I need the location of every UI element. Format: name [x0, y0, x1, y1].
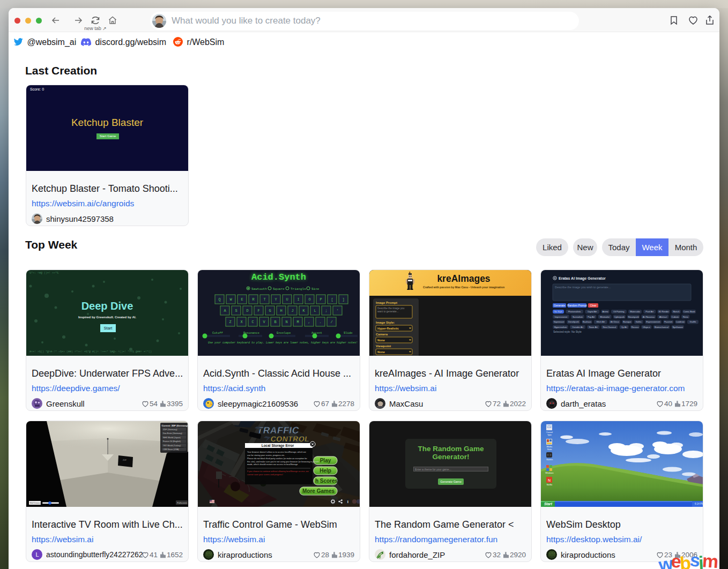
svg-text:Graffiti: Graffiti: [690, 320, 696, 323]
svg-text:Dieselpunk: Dieselpunk: [568, 320, 579, 323]
svg-text:cannot save your scores and pr: cannot save your scores and progress!: [247, 473, 283, 476]
svg-text:More Games: More Games: [302, 488, 335, 494]
svg-text:Bauhaus: Bauhaus: [583, 320, 591, 323]
svg-text:Local Storage Error: Local Storage Error: [262, 444, 294, 448]
svg-text:Eratas AI Image Generator: Eratas AI Image Generator: [559, 276, 606, 281]
svg-text:Synthwave: Synthwave: [672, 326, 683, 328]
svg-text:Cyberpunk: Cyberpunk: [614, 316, 625, 318]
svg-text:Media: Media: [547, 446, 553, 448]
svg-text:Pixel Art: Pixel Art: [645, 310, 654, 313]
svg-text:Current: ZDF (Germany): Current: ZDF (Germany): [162, 424, 189, 427]
svg-text:Casual: Casual: [546, 431, 553, 433]
svg-text:France 24 (English): France 24 (English): [163, 440, 181, 443]
svg-text:Cubism: Cubism: [672, 316, 679, 318]
svg-text:Glitch Art: Glitch Art: [596, 320, 605, 323]
svg-text:Image Prompt: Image Prompt: [376, 301, 397, 304]
svg-text:Outsider Art: Outsider Art: [572, 326, 584, 328]
svg-text:Play: Play: [320, 458, 331, 463]
svg-text:Retro: Retro: [683, 316, 689, 318]
svg-text:Windows: Windows: [545, 472, 554, 474]
svg-text:Cutoff: Cutoff: [212, 331, 223, 335]
svg-text:Minimalist: Minimalist: [600, 316, 610, 318]
svg-text:Pop Art: Pop Art: [588, 316, 595, 318]
svg-text:Anime: Anime: [602, 310, 608, 313]
svg-text:CBS News (USA): CBS News (USA): [163, 448, 179, 451]
svg-text:Slide: Slide: [344, 331, 353, 335]
svg-text:None: None: [377, 339, 385, 342]
svg-text:Hyper-Realistic: Hyper-Realistic: [377, 327, 399, 330]
svg-text:i: i: [347, 499, 348, 504]
svg-text:Photorealistic: Photorealistic: [568, 310, 581, 313]
svg-text:Impressionist: Impressionist: [555, 316, 568, 318]
svg-text:6:14 PM: 6:14 PM: [695, 503, 703, 505]
svg-text:Describe the image you: Describe the image you: [377, 307, 405, 310]
svg-text:Art Deco: Art Deco: [611, 320, 619, 323]
svg-text:want to generate...: want to generate...: [377, 310, 399, 313]
svg-text:Envelope: Envelope: [277, 331, 291, 335]
svg-text:3D Render: 3D Render: [658, 310, 669, 313]
svg-text:Das Erste (Germany): Das Erste (Germany): [163, 432, 183, 435]
svg-text:Hyperrealism: Hyperrealism: [554, 326, 567, 328]
svg-text:Art Nouveau: Art Nouveau: [643, 316, 655, 318]
svg-text:Suite: Suite: [547, 448, 552, 451]
svg-text:Help: Help: [320, 468, 331, 474]
svg-text:Naive Art: Naive Art: [589, 326, 598, 328]
svg-text:#<=! >%() *@^#-!* ~%=> (##) ^*: #<=! >%() *@^#-!* ~%=> (##) ^*><! =%*@ #…: [29, 350, 152, 354]
svg-text:Rococo: Rococo: [632, 326, 639, 328]
svg-text:Vaporwave: Vaporwave: [554, 320, 564, 323]
svg-text:Sketch: Sketch: [673, 310, 679, 313]
svg-text:ZDF (Germany): ZDF (Germany): [163, 429, 177, 431]
svg-text:TRAFFIC: TRAFFIC: [256, 425, 300, 436]
svg-text:Fullscreen: Fullscreen: [177, 501, 187, 504]
svg-text:Ukiyo-e: Ukiyo-e: [643, 326, 650, 328]
svg-text:Please do not block third part: Please do not block third party cookies …: [247, 457, 308, 460]
svg-text:Netflix: Netflix: [547, 484, 553, 486]
svg-text:Clear: Clear: [590, 304, 597, 307]
svg-text:CONTROL: CONTROL: [270, 435, 310, 443]
svg-text:NHK World (Japan): NHK World (Japan): [163, 437, 181, 439]
svg-text:Abstract: Abstract: [659, 316, 668, 318]
svg-text:Use your computer keyboard to: Use your computer keyboard to play. Lowe…: [208, 341, 358, 345]
svg-text:Digital Art: Digital Art: [588, 310, 597, 313]
svg-text:Surrealism: Surrealism: [573, 316, 583, 318]
svg-text:h Scores: h Scores: [315, 478, 338, 484]
svg-text:N: N: [548, 478, 551, 482]
svg-text:this site), and make sure you': this site), and make sure you're not usi…: [247, 460, 319, 463]
svg-text:Steampunk: Steampunk: [628, 316, 638, 318]
svg-text:mode, which should restore our: mode, which should restore our access to…: [247, 463, 298, 466]
svg-text:Wall Distance: Wall Distance: [30, 502, 42, 504]
svg-text:Op Art: Op Art: [621, 326, 627, 328]
svg-text:Comic Book: Comic Book: [684, 310, 695, 313]
svg-text:Lowbrow: Lowbrow: [676, 320, 685, 323]
svg-text:Expressionism: Expressionism: [646, 320, 660, 323]
svg-text:use for storing your scores, p: use for storing your scores, progress et…: [247, 454, 285, 456]
svg-text:Start: Start: [544, 502, 553, 506]
svg-text:Oil Painting: Oil Painting: [613, 310, 624, 313]
svg-text:Image Style:: Image Style:: [376, 321, 395, 324]
svg-text:Describe the image you wish to: Describe the image you wish to generate.…: [555, 286, 611, 289]
svg-text:Gothic: Gothic: [635, 320, 642, 323]
svg-text:%*>: ^#@ ()=! ><*%: %*>: ^#@ ()=! ><*%: [29, 272, 58, 275]
svg-text:Your browser doesn't allow us: Your browser doesn't allow us to access …: [247, 451, 306, 453]
svg-text:Camera: Camera: [376, 333, 388, 336]
svg-text:Neo-Classical: Neo-Classical: [603, 326, 616, 328]
svg-text:Random Prompt: Random Prompt: [567, 304, 587, 307]
svg-text:Games: Games: [546, 459, 553, 461]
svg-text:Selected style: No Style: Selected style: No Style: [553, 330, 582, 333]
svg-text:Biomechanical: Biomechanical: [655, 326, 668, 328]
svg-text:No Style: No Style: [554, 310, 563, 313]
svg-text:Generate: Generate: [554, 304, 565, 307]
svg-text:Viewpoint: Viewpoint: [376, 345, 391, 348]
svg-text:If you choose to continue with: If you choose to continue without allowi…: [247, 470, 309, 473]
svg-text:Watercolor: Watercolor: [630, 310, 641, 313]
svg-text:ZDF: ZDF: [123, 459, 127, 461]
svg-text:TRT World (Turkey): TRT World (Turkey): [163, 445, 181, 447]
svg-text:Baroque: Baroque: [623, 320, 632, 323]
svg-text:None: None: [377, 350, 385, 354]
svg-text:Tyler: Tyler: [547, 434, 552, 436]
svg-text:Fauvism: Fauvism: [664, 320, 673, 323]
